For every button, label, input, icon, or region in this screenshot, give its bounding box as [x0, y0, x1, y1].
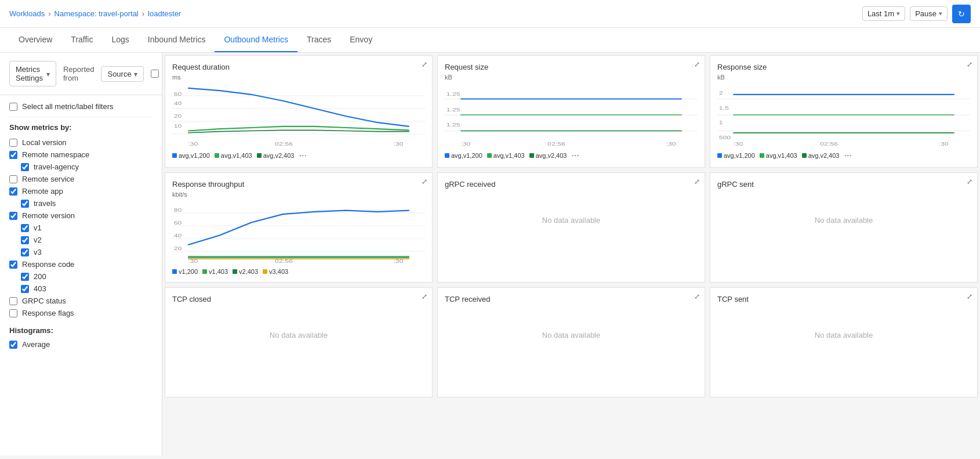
reported-from-label: Reported from — [63, 65, 94, 82]
filter-travel-agency[interactable]: travel-agency — [9, 161, 153, 173]
cb-response-flags[interactable] — [9, 309, 17, 317]
filter-remote-app[interactable]: Remote app — [9, 185, 153, 197]
expand-request-duration[interactable]: ⤢ — [422, 60, 427, 68]
chart-tcp-sent: ⤢ TCP sent No data available — [710, 287, 978, 397]
tcp-received-no-data: No data available — [445, 306, 698, 364]
legend-more-request-duration[interactable]: ··· — [299, 151, 306, 160]
label-response-flags: Response flags — [22, 309, 74, 317]
response-size-chart: 2 1.5 1 500 :30 02:56 :30 — [717, 83, 970, 147]
tab-outbound-metrics[interactable]: Outbound Metrics — [215, 28, 297, 52]
cb-v3[interactable] — [21, 248, 29, 256]
svg-text::30: :30 — [394, 140, 404, 147]
cb-403[interactable] — [21, 285, 29, 293]
chart-request-duration: ⤢ Request duration ms 60 40 20 10 — [165, 55, 433, 168]
label-403: 403 — [34, 284, 46, 293]
histograms-title: Histograms: — [9, 326, 153, 335]
chart-tcp-received: ⤢ TCP received No data available — [437, 287, 705, 397]
label-remote-namespace: Remote namespace — [22, 150, 89, 159]
source-dropdown[interactable]: Source — [101, 66, 143, 82]
label-v1: v1 — [34, 223, 42, 232]
response-size-title: Response size — [717, 63, 970, 71]
svg-text:60: 60 — [174, 91, 182, 97]
svg-text:1.25: 1.25 — [447, 121, 460, 128]
cb-remote-app[interactable] — [9, 187, 17, 196]
label-v2: v2 — [34, 236, 42, 244]
cb-remote-version[interactable] — [9, 212, 17, 220]
source-arrow — [134, 70, 137, 78]
svg-text:02:56: 02:56 — [547, 140, 565, 147]
time-range-select[interactable]: Last 1m ▾ — [862, 6, 905, 21]
spans-label[interactable]: Spans — [151, 70, 162, 78]
tab-traces[interactable]: Traces — [297, 28, 340, 52]
tab-envoy[interactable]: Envoy — [340, 28, 382, 52]
cb-v2[interactable] — [21, 236, 29, 244]
filter-v1[interactable]: v1 — [9, 222, 153, 234]
filter-average[interactable]: Average — [9, 338, 153, 350]
svg-text:80: 80 — [174, 207, 182, 213]
expand-tcp-sent[interactable]: ⤢ — [967, 292, 972, 301]
pause-select[interactable]: Pause ▾ — [910, 6, 948, 21]
filter-response-flags[interactable]: Response flags — [9, 307, 153, 319]
expand-grpc-sent[interactable]: ⤢ — [967, 178, 972, 186]
filter-bar: Metrics Settings Reported from Source Sp… — [0, 53, 162, 95]
filter-200[interactable]: 200 — [9, 270, 153, 283]
expand-tcp-closed[interactable]: ⤢ — [422, 292, 427, 301]
cb-remote-namespace[interactable] — [9, 151, 17, 159]
filter-grpc-status[interactable]: GRPC status — [9, 295, 153, 307]
chart-tcp-closed: ⤢ TCP closed No data available — [165, 287, 433, 397]
cb-local-version[interactable] — [9, 139, 17, 147]
tab-inbound-metrics[interactable]: Inbound Metrics — [139, 28, 215, 52]
filter-response-code[interactable]: Response code — [9, 258, 153, 270]
filter-remote-service[interactable]: Remote service — [9, 173, 153, 185]
svg-text::30: :30 — [733, 140, 743, 147]
cb-travel-agency[interactable] — [21, 163, 29, 171]
cb-v1[interactable] — [21, 224, 29, 232]
breadcrumb-namespace[interactable]: Namespace: travel-portal — [55, 9, 139, 18]
cb-200[interactable] — [21, 273, 29, 281]
breadcrumb-workloads[interactable]: Workloads — [9, 9, 45, 18]
label-remote-version: Remote version — [22, 211, 75, 220]
legend-res-v1-403: avg,v1,403 — [760, 152, 797, 159]
filter-v3[interactable]: v3 — [9, 246, 153, 258]
tab-logs[interactable]: Logs — [102, 28, 138, 52]
legend-tp-v1-200: v1,200 — [172, 268, 198, 275]
cb-grpc-status[interactable] — [9, 297, 17, 305]
cb-average[interactable] — [9, 341, 17, 349]
expand-response-size[interactable]: ⤢ — [967, 60, 972, 68]
filter-remote-namespace[interactable]: Remote namespace — [9, 149, 153, 161]
request-size-legend: avg,v1,200 avg,v1,403 avg,v2,403 ··· — [445, 151, 698, 160]
expand-response-throughput[interactable]: ⤢ — [422, 178, 427, 186]
cb-travels[interactable] — [21, 200, 29, 208]
filter-local-version[interactable]: Local version — [9, 136, 153, 149]
tab-traffic[interactable]: Traffic — [61, 28, 102, 52]
legend-more-response-size[interactable]: ··· — [844, 151, 851, 160]
filter-travels[interactable]: travels — [9, 197, 153, 209]
response-size-unit: kB — [717, 74, 970, 81]
spans-checkbox[interactable] — [151, 70, 159, 78]
svg-text::30: :30 — [188, 258, 198, 264]
tabs-bar: Overview Traffic Logs Inbound Metrics Ou… — [0, 28, 980, 53]
cb-remote-service[interactable] — [9, 175, 17, 183]
svg-text::30: :30 — [939, 140, 949, 147]
breadcrumb-sep2: › — [142, 9, 144, 18]
expand-grpc-received[interactable]: ⤢ — [694, 178, 700, 186]
time-range-arrow: ▾ — [896, 10, 900, 17]
filter-403[interactable]: 403 — [9, 283, 153, 295]
legend-item-avg-v2-403: avg,v2,403 — [257, 152, 295, 159]
response-throughput-unit: kbit/s — [172, 191, 425, 198]
filter-remote-version[interactable]: Remote version — [9, 209, 153, 222]
filter-v2[interactable]: v2 — [9, 234, 153, 246]
select-all-checkbox[interactable] — [9, 103, 17, 111]
legend-tp-v3-403: v3,403 — [263, 268, 288, 275]
cb-response-code[interactable] — [9, 261, 17, 269]
expand-request-size[interactable]: ⤢ — [694, 60, 700, 68]
metrics-settings-dropdown[interactable]: Metrics Settings — [9, 61, 56, 86]
request-duration-legend: avg,v1,200 avg,v1,403 avg,v2,403 ··· — [172, 151, 425, 160]
tab-overview[interactable]: Overview — [9, 28, 61, 52]
legend-more-request-size[interactable]: ··· — [571, 151, 579, 160]
topbar: Workloads › Namespace: travel-portal › l… — [0, 0, 980, 28]
label-response-code: Response code — [22, 260, 74, 269]
expand-tcp-received[interactable]: ⤢ — [694, 292, 700, 301]
refresh-button[interactable]: ↻ — [952, 5, 971, 23]
label-v3: v3 — [34, 248, 42, 256]
